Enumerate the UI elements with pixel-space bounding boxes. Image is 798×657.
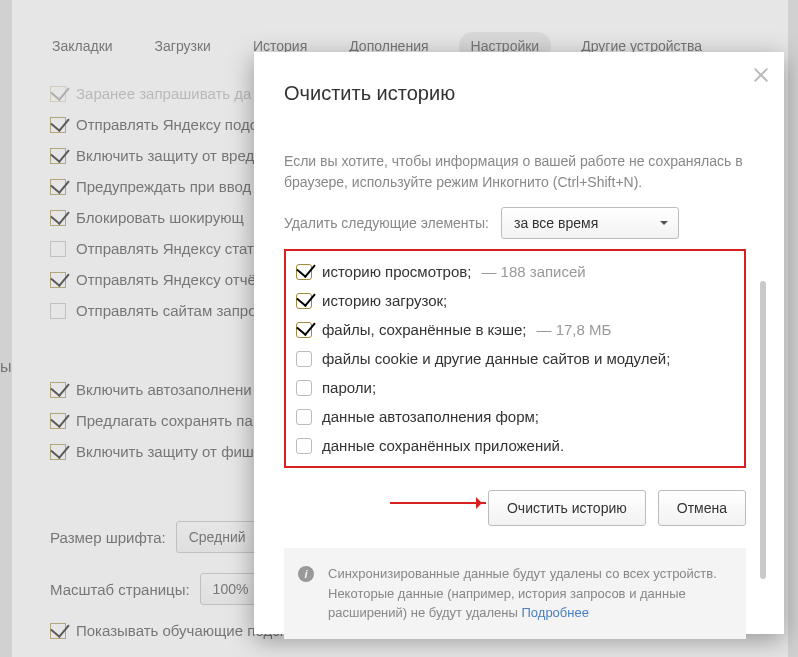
clear-item-label: файлы, сохранённые в кэше; [322,321,527,338]
dialog-title: Очистить историю [284,82,774,105]
annotation-arrow-icon [390,502,486,504]
clear-item-label: историю загрузок; [322,292,447,309]
clear-item-checkbox[interactable] [296,264,312,280]
clear-item-label: историю просмотров; [322,263,471,280]
delete-elements-label: Удалить следующие элементы: [284,215,489,231]
clear-item-extra: — 188 записей [481,263,585,280]
clear-item-label: данные сохранённых приложений. [322,437,564,454]
time-period-select[interactable]: за все время [501,207,679,239]
clear-item-row: файлы cookie и другие данные сайтов и мо… [294,344,736,373]
clear-item-checkbox[interactable] [296,351,312,367]
scrollbar[interactable] [760,281,766,579]
clear-item-label: данные автозаполнения форм; [322,408,539,425]
clear-item-row: файлы, сохранённые в кэше; — 17,8 МБ [294,315,736,344]
clear-item-checkbox[interactable] [296,293,312,309]
info-icon: i [298,566,314,582]
more-info-link[interactable]: Подробнее [522,605,589,620]
clear-item-checkbox[interactable] [296,409,312,425]
sync-info-box: i Синхронизированные данные будут удален… [284,548,746,639]
clear-item-row: пароли; [294,373,736,402]
clear-history-button[interactable]: Очистить историю [488,490,646,526]
clear-item-row: данные автозаполнения форм; [294,402,736,431]
clear-item-row: данные сохранённых приложений. [294,431,736,460]
annotation-highlight: историю просмотров; — 188 записейисторию… [284,249,746,468]
clear-history-dialog: Очистить историю Если вы хотите, чтобы и… [254,52,784,634]
clear-item-row: историю загрузок; [294,286,736,315]
clear-item-label: файлы cookie и другие данные сайтов и мо… [322,350,670,367]
close-icon[interactable] [752,66,770,84]
clear-item-extra: — 17,8 МБ [537,321,612,338]
dialog-intro: Если вы хотите, чтобы информация о вашей… [284,151,746,193]
clear-item-checkbox[interactable] [296,322,312,338]
clear-item-row: историю просмотров; — 188 записей [294,257,736,286]
cancel-button[interactable]: Отмена [658,490,746,526]
clear-item-checkbox[interactable] [296,438,312,454]
clear-item-label: пароли; [322,379,376,396]
clear-item-checkbox[interactable] [296,380,312,396]
